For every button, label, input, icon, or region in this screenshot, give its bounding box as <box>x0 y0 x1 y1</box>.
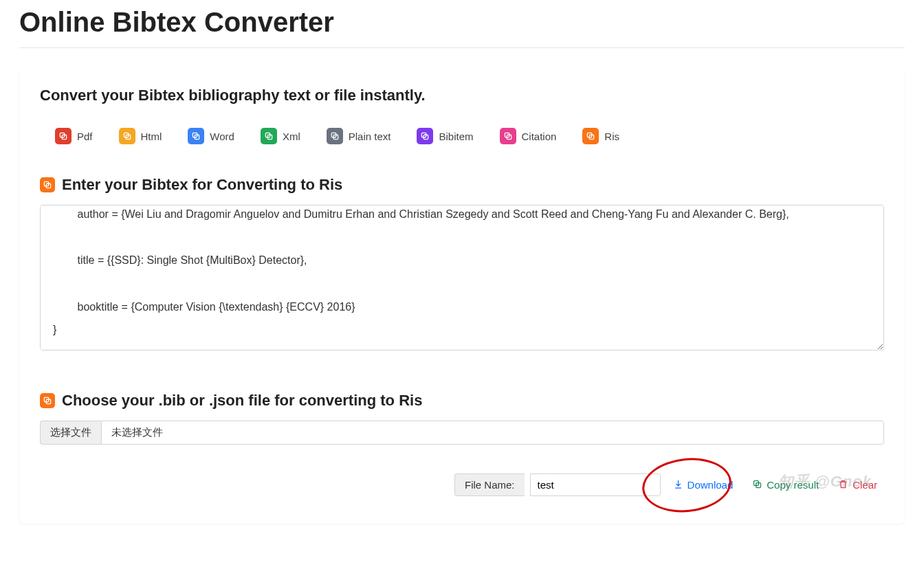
copy-icon <box>261 128 277 144</box>
filename-input[interactable] <box>530 473 661 496</box>
choose-file-button[interactable]: 选择文件 <box>40 421 101 445</box>
file-status: 未选择文件 <box>101 421 884 445</box>
format-label: Plain text <box>349 131 391 142</box>
format-label: Html <box>141 131 162 142</box>
page-title: Online Bibtex Converter <box>19 7 905 38</box>
filename-label: File Name: <box>454 473 525 496</box>
section-choose-file-head: Choose your .bib or .json file for conve… <box>40 392 884 410</box>
copy-icon <box>188 128 204 144</box>
copy-icon <box>40 177 55 192</box>
format-label: Bibitem <box>439 131 473 142</box>
subtitle: Convert your Bibtex bibliography text or… <box>40 87 884 104</box>
download-icon <box>673 479 683 491</box>
trash-icon <box>838 479 848 491</box>
clear-label: Clear <box>852 479 877 491</box>
download-button[interactable]: Download <box>666 475 740 495</box>
format-bibitem[interactable]: Bibitem <box>417 128 473 144</box>
copy-result-button[interactable]: Copy result <box>745 475 826 495</box>
section-enter-bibtex-head: Enter your Bibtex for Converting to Ris <box>40 176 884 194</box>
copy-icon <box>119 128 135 144</box>
copy-icon <box>327 128 343 144</box>
main-card: Convert your Bibtex bibliography text or… <box>19 67 905 524</box>
format-label: Ris <box>604 131 619 142</box>
format-pdf[interactable]: Pdf <box>55 128 93 144</box>
format-citation[interactable]: Citation <box>500 128 557 144</box>
copy-icon <box>582 128 599 144</box>
copy-label: Copy result <box>767 479 819 491</box>
clear-button[interactable]: Clear <box>831 475 884 495</box>
format-label: Word <box>210 131 234 142</box>
copy-icon <box>40 393 55 408</box>
copy-icon <box>752 479 762 491</box>
download-label: Download <box>688 479 734 491</box>
section-choose-title: Choose your .bib or .json file for conve… <box>62 392 422 410</box>
file-row: 选择文件 未选择文件 <box>40 421 884 445</box>
format-word[interactable]: Word <box>188 128 234 144</box>
format-html[interactable]: Html <box>119 128 162 144</box>
format-label: Xml <box>283 131 300 142</box>
format-row: PdfHtmlWordXmlPlain textBibitemCitationR… <box>40 128 884 176</box>
format-xml[interactable]: Xml <box>261 128 300 144</box>
bibtex-textarea[interactable] <box>40 205 884 350</box>
format-label: Citation <box>522 131 557 142</box>
copy-icon <box>500 128 516 144</box>
format-ris[interactable]: Ris <box>582 128 619 144</box>
copy-icon <box>417 128 433 144</box>
format-label: Pdf <box>77 131 93 142</box>
section-enter-title: Enter your Bibtex for Converting to Ris <box>62 176 342 194</box>
action-row: File Name: Download Copy result Clear <box>40 473 884 496</box>
divider <box>19 47 905 48</box>
format-plain-text[interactable]: Plain text <box>327 128 391 144</box>
copy-icon <box>55 128 72 144</box>
